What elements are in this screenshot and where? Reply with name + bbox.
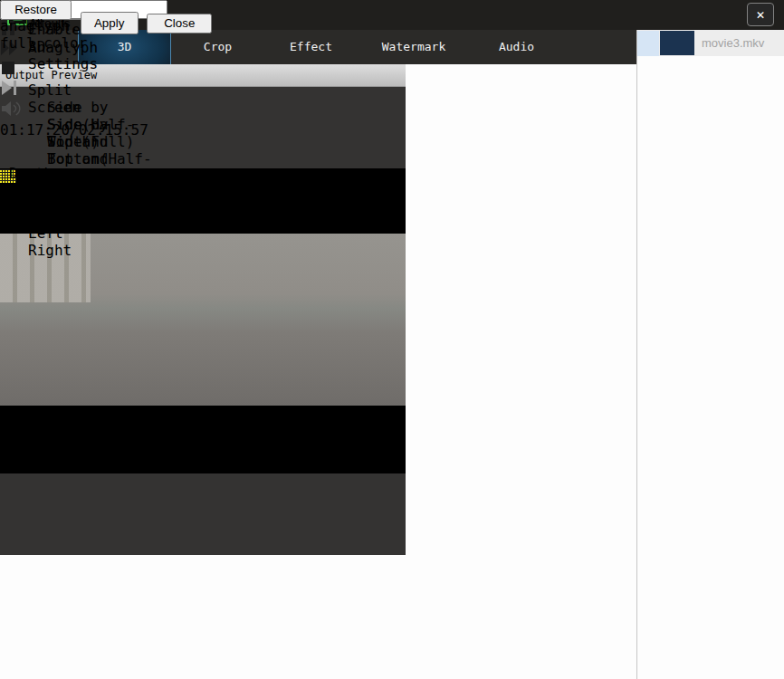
tab-watermark[interactable]: Watermark bbox=[358, 30, 470, 64]
apply-button[interactable]: Apply bbox=[81, 12, 139, 34]
close-button[interactable]: Close bbox=[147, 14, 212, 33]
video-preview[interactable] bbox=[0, 234, 406, 406]
tab-effect[interactable]: Effect bbox=[264, 30, 358, 64]
tab-audio[interactable]: Audio bbox=[470, 30, 563, 64]
file-list-item[interactable]: movie3.mkv bbox=[637, 30, 784, 56]
switch-left-right-label: Switch Left Right bbox=[28, 207, 96, 259]
file-thumbnail bbox=[660, 31, 694, 55]
file-selection-cell[interactable] bbox=[637, 31, 659, 56]
tab-crop[interactable]: Crop bbox=[171, 30, 264, 64]
restore-all-button[interactable]: Restore All bbox=[0, 0, 72, 20]
close-glyph: ✕ bbox=[756, 6, 764, 23]
file-list-panel: movie3.mkv bbox=[636, 30, 784, 679]
file-name: movie3.mkv bbox=[702, 36, 764, 50]
close-icon[interactable]: ✕ bbox=[747, 3, 774, 26]
tab-full-label: Top and Bottom(Full) bbox=[47, 150, 152, 185]
depth-label: Depth: bbox=[9, 165, 62, 182]
edit-dialog: Edit ✕ 3D Crop Effect Watermark Audio mo… bbox=[0, 0, 784, 679]
footer-bar: Restore All Apply Close bbox=[0, 0, 212, 34]
